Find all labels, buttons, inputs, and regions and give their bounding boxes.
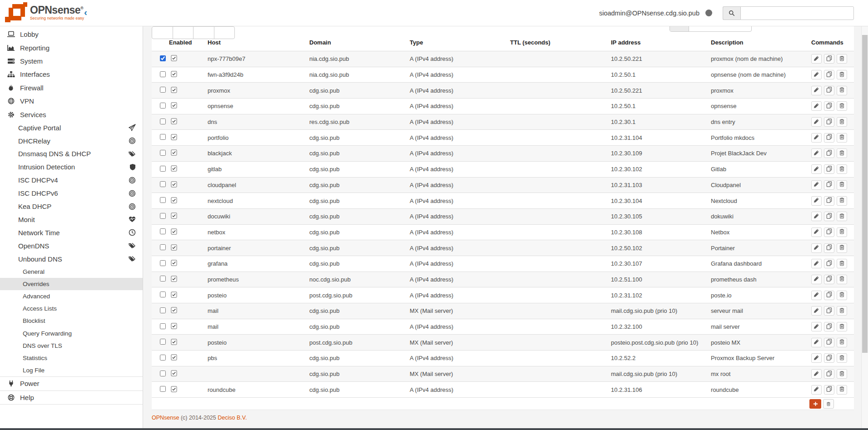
row-select-checkbox[interactable] [160, 55, 166, 61]
edit-button[interactable] [811, 385, 822, 395]
row-select-checkbox[interactable] [160, 386, 166, 392]
sidebar-item-network-time[interactable]: Network Time [0, 226, 143, 239]
enabled-cell[interactable] [168, 134, 208, 142]
delete-button[interactable] [837, 243, 847, 253]
enabled-cell[interactable] [168, 197, 208, 205]
delete-button[interactable] [837, 148, 847, 158]
row-select-checkbox[interactable] [160, 166, 166, 172]
enabled-cell[interactable] [168, 370, 208, 378]
copy-button[interactable] [824, 353, 834, 363]
delete-button[interactable] [837, 291, 847, 300]
edit-button[interactable] [811, 180, 822, 190]
row-select-checkbox[interactable] [160, 119, 166, 124]
delete-button[interactable] [837, 338, 847, 347]
enabled-cell[interactable] [168, 292, 208, 299]
sidebar-item-log-file[interactable]: Log File [0, 364, 143, 376]
opnsense-link[interactable]: OPNsense [152, 415, 179, 421]
column-header-description[interactable]: Description [711, 39, 811, 46]
enabled-cell[interactable] [168, 149, 208, 157]
sidebar-item-unbound-dns[interactable]: Unbound DNS [0, 252, 143, 266]
edit-button[interactable] [811, 148, 822, 158]
copy-button[interactable] [824, 196, 834, 206]
enabled-cell[interactable] [168, 71, 208, 79]
table-row[interactable]: grafana cdg.sio.pub A (IPv4 address) 10.… [152, 256, 854, 272]
row-select-checkbox[interactable] [160, 87, 166, 93]
delete-button[interactable] [837, 133, 847, 143]
row-select-checkbox[interactable] [160, 103, 166, 109]
edit-button[interactable] [811, 338, 822, 347]
copy-button[interactable] [824, 164, 834, 174]
row-select-checkbox[interactable] [160, 371, 166, 376]
table-row[interactable]: opnsense cdg.sio.pub A (IPv4 address) 10… [152, 98, 854, 114]
sidebar-item-isc-dhcpv6[interactable]: ISC DHCPv6 [0, 187, 143, 200]
brand[interactable]: OPNsense® Securing networks made easy [5, 2, 84, 23]
sidebar-item-help[interactable]: Help [0, 391, 143, 404]
add-override-button[interactable] [809, 399, 821, 409]
edit-button[interactable] [811, 369, 822, 379]
enabled-cell[interactable] [168, 323, 208, 331]
column-header-commands[interactable]: Commands [811, 39, 854, 46]
sidebar-item-general[interactable]: General [0, 266, 143, 278]
grid-pager-button[interactable] [152, 26, 173, 39]
table-row[interactable]: prometheus noc.cdg.sio.pub A (IPv4 addre… [152, 272, 854, 287]
column-header-ip-address[interactable]: IP address [611, 39, 711, 46]
row-select-checkbox[interactable] [160, 244, 166, 250]
table-row[interactable]: gitlab cdg.sio.pub A (IPv4 address) 10.2… [152, 161, 854, 177]
row-select-checkbox[interactable] [160, 150, 166, 156]
delete-button[interactable] [837, 86, 847, 95]
edit-button[interactable] [811, 353, 822, 363]
sidebar-item-lobby[interactable]: Lobby [0, 28, 143, 41]
row-select-checkbox[interactable] [160, 197, 166, 203]
table-row[interactable]: dns res.cdg.sio.pub A (IPv4 address) 10.… [152, 114, 854, 130]
sidebar-item-monit[interactable]: Monit [0, 213, 143, 226]
delete-button[interactable] [837, 353, 847, 363]
sidebar-item-opendns[interactable]: OpenDNS [0, 239, 143, 252]
vertical-scrollbar[interactable] [861, 26, 868, 430]
edit-button[interactable] [811, 117, 822, 127]
delete-button[interactable] [837, 275, 847, 284]
enabled-cell[interactable] [168, 339, 208, 346]
sidebar-item-overrides[interactable]: Overrides [0, 278, 143, 290]
row-select-checkbox[interactable] [160, 307, 166, 313]
column-header-domain[interactable]: Domain [309, 39, 410, 46]
row-select-checkbox[interactable] [160, 71, 166, 77]
edit-button[interactable] [811, 259, 822, 268]
copy-button[interactable] [824, 227, 834, 237]
copy-button[interactable] [824, 291, 834, 300]
enabled-cell[interactable] [168, 244, 208, 252]
edit-button[interactable] [811, 306, 822, 316]
row-select-checkbox[interactable] [160, 134, 166, 140]
table-row[interactable]: roundcube cdg.sio.pub A (IPv4 address) 1… [152, 381, 854, 397]
sidebar-item-captive-portal[interactable]: Captive Portal [0, 121, 143, 134]
table-row[interactable]: fwn-a3f9d24b nia.cdg.sio.pub A (IPv4 add… [152, 67, 854, 83]
table-row[interactable]: pbs cdg.sio.pub A (IPv4 address) 10.2.52… [152, 350, 854, 366]
edit-button[interactable] [811, 243, 822, 253]
table-row[interactable]: portfolio cdg.sio.pub A (IPv4 address) 1… [152, 129, 854, 145]
row-select-checkbox[interactable] [160, 323, 166, 329]
copy-button[interactable] [824, 180, 834, 190]
sidebar-item-intrusion-detection[interactable]: Intrusion Detection [0, 160, 143, 173]
delete-button[interactable] [837, 385, 847, 395]
table-row[interactable]: docuwiki cdg.sio.pub A (IPv4 address) 10… [152, 208, 854, 224]
sidebar-item-services[interactable]: Services [0, 108, 143, 121]
copy-button[interactable] [824, 54, 834, 64]
delete-button[interactable] [837, 101, 847, 111]
copy-button[interactable] [824, 306, 834, 316]
table-row[interactable]: npx-777b09e7 nia.cdg.sio.pub A (IPv4 add… [152, 51, 854, 67]
copy-button[interactable] [824, 101, 834, 111]
row-select-checkbox[interactable] [160, 339, 166, 345]
sidebar-item-dhcrelay[interactable]: DHCRelay [0, 134, 143, 148]
copy-button[interactable] [824, 322, 834, 331]
table-row[interactable]: posteio post.cdg.sio.pub MX (Mail server… [152, 334, 854, 350]
table-row[interactable]: mail cdg.sio.pub MX (Mail server) mail.c… [152, 303, 854, 319]
grid-pager-button[interactable] [214, 26, 235, 39]
sidebar-item-system[interactable]: System [0, 54, 143, 68]
scrollbar-thumb[interactable] [862, 35, 868, 353]
enabled-cell[interactable] [168, 181, 208, 189]
copy-button[interactable] [824, 70, 834, 79]
edit-button[interactable] [811, 54, 822, 64]
sidebar-collapse-icon[interactable]: ‹ [84, 7, 87, 17]
row-select-checkbox[interactable] [160, 181, 166, 187]
enabled-cell[interactable] [168, 228, 208, 236]
delete-button[interactable] [837, 259, 847, 268]
